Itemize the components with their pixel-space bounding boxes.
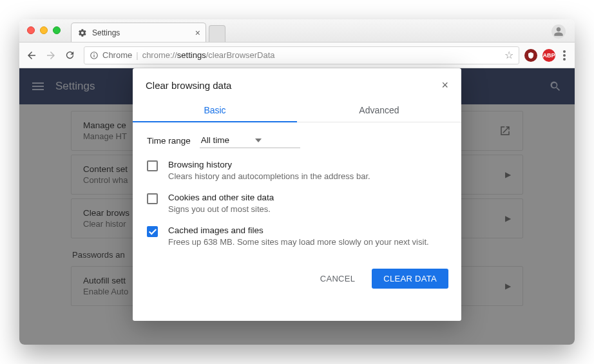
option-title: Cached images and files bbox=[168, 225, 429, 235]
extension-ublock-icon[interactable] bbox=[524, 49, 537, 62]
tab-basic[interactable]: Basic bbox=[133, 99, 297, 122]
url-prefix: chrome:// bbox=[142, 50, 177, 60]
dialog-title: Clear browsing data bbox=[146, 80, 231, 91]
back-button[interactable] bbox=[26, 50, 40, 61]
address-bar[interactable]: Chrome | chrome://settings/clearBrowserD… bbox=[84, 46, 519, 64]
option-subtitle: Clears history and autocompletions in th… bbox=[168, 171, 370, 181]
new-tab-button[interactable] bbox=[209, 25, 225, 42]
checkbox[interactable] bbox=[147, 226, 158, 237]
browser-tab[interactable]: Settings × bbox=[71, 23, 206, 42]
window-controls bbox=[27, 26, 61, 34]
tab-title: Settings bbox=[92, 28, 120, 37]
overflow-menu-icon[interactable] bbox=[560, 50, 568, 61]
forward-button[interactable] bbox=[45, 50, 59, 61]
bookmark-star-icon[interactable]: ☆ bbox=[504, 49, 513, 61]
gear-icon bbox=[78, 28, 87, 37]
option-cached-images[interactable]: Cached images and files Frees up 638 MB.… bbox=[147, 225, 447, 247]
close-icon[interactable]: × bbox=[441, 79, 448, 92]
time-range-select[interactable]: All time bbox=[200, 133, 300, 148]
option-title: Cookies and other site data bbox=[168, 193, 274, 202]
tab-advanced[interactable]: Advanced bbox=[297, 99, 461, 122]
extension-abp-icon[interactable]: ABP bbox=[542, 49, 555, 62]
maximize-window-button[interactable] bbox=[53, 26, 61, 34]
navigation-toolbar: Chrome | chrome://settings/clearBrowserD… bbox=[19, 43, 575, 68]
dropdown-caret-icon bbox=[255, 139, 262, 142]
checkbox[interactable] bbox=[147, 160, 158, 171]
dialog-header: Clear browsing data × bbox=[133, 68, 461, 99]
svg-rect-1 bbox=[93, 54, 94, 57]
close-tab-icon[interactable]: × bbox=[195, 28, 200, 38]
page-content: Settings Manage ce Manage HT Content set… bbox=[19, 68, 575, 345]
time-range-label: Time range bbox=[147, 136, 191, 146]
url-host: settings bbox=[177, 50, 206, 60]
browser-window: Settings × Chrome | chrome://settings/cl… bbox=[19, 19, 575, 345]
option-title: Browsing history bbox=[168, 160, 370, 169]
url-scheme: Chrome bbox=[102, 50, 132, 60]
option-subtitle: Frees up 638 MB. Some sites may load mor… bbox=[168, 237, 429, 247]
modal-overlay: Clear browsing data × Basic Advanced Tim… bbox=[19, 68, 575, 345]
cancel-button[interactable]: CANCEL bbox=[309, 269, 367, 289]
svg-rect-2 bbox=[93, 53, 94, 53]
site-info-icon[interactable] bbox=[90, 51, 99, 60]
close-window-button[interactable] bbox=[27, 26, 35, 34]
checkbox[interactable] bbox=[147, 193, 158, 204]
titlebar: Settings × bbox=[19, 19, 575, 43]
reload-button[interactable] bbox=[64, 50, 79, 61]
dialog-tabs: Basic Advanced bbox=[133, 99, 461, 122]
dialog-footer: CANCEL CLEAR DATA bbox=[133, 262, 461, 300]
option-subtitle: Signs you out of most sites. bbox=[168, 204, 274, 214]
time-range-row: Time range All time bbox=[147, 133, 447, 148]
profile-avatar-icon[interactable] bbox=[551, 24, 566, 39]
minimize-window-button[interactable] bbox=[40, 26, 48, 34]
option-cookies[interactable]: Cookies and other site data Signs you ou… bbox=[147, 193, 447, 214]
option-browsing-history[interactable]: Browsing history Clears history and auto… bbox=[147, 160, 447, 181]
url-path: /clearBrowserData bbox=[206, 50, 275, 60]
clear-browsing-data-dialog: Clear browsing data × Basic Advanced Tim… bbox=[133, 68, 461, 321]
time-range-value: All time bbox=[201, 135, 229, 145]
dialog-body: Time range All time Browsing history Cle… bbox=[133, 122, 461, 262]
clear-data-button[interactable]: CLEAR DATA bbox=[372, 269, 448, 289]
